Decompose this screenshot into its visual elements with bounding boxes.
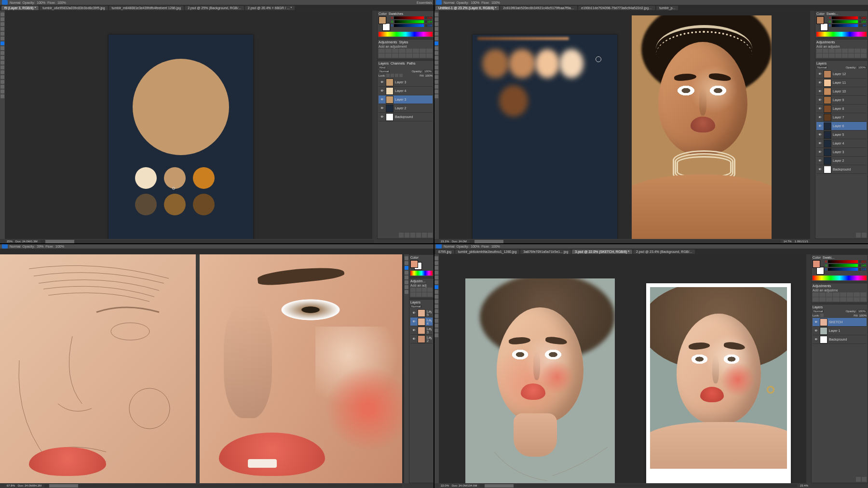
new-layer-icon[interactable] — [856, 477, 861, 482]
adj-icon[interactable] — [835, 49, 841, 53]
slider-track[interactable] — [828, 268, 858, 271]
lock-transparency-icon[interactable] — [386, 74, 390, 77]
layer-row[interactable]: 👁SKETCH — [813, 318, 867, 327]
layer-thumbnail[interactable] — [824, 79, 831, 87]
visibility-eye-icon[interactable]: 👁 — [817, 150, 822, 155]
layer-thumbnail[interactable] — [386, 113, 393, 121]
blend-mode-label[interactable]: Normal — [10, 1, 21, 4]
document-tab[interactable]: 8795.jpg — [435, 250, 454, 254]
horizontal-scrollbar[interactable] — [41, 240, 374, 243]
layer-thumbnail[interactable] — [824, 157, 831, 165]
opacity-value[interactable]: 100% — [37, 1, 45, 4]
layer-thumbnail[interactable] — [418, 318, 425, 326]
layer-name[interactable]: Background — [829, 338, 866, 341]
eyedropper-tool-icon[interactable] — [0, 37, 4, 40]
adj-icon[interactable] — [416, 292, 421, 297]
painting-canvas[interactable] — [465, 278, 615, 483]
delete-layer-icon[interactable] — [862, 477, 867, 482]
dodge-tool-icon[interactable] — [434, 309, 438, 313]
blend-mode-dropdown[interactable]: Normal — [379, 70, 390, 73]
curves-icon[interactable] — [392, 49, 398, 53]
layer-row[interactable]: 👁Layer 2 — [816, 157, 867, 165]
type-tool-icon[interactable] — [434, 319, 438, 323]
layer-row[interactable]: 👁Layer 8 — [816, 105, 867, 113]
path-tool-icon[interactable] — [434, 80, 438, 84]
slider-track[interactable] — [394, 16, 424, 19]
layer-name[interactable]: Layer 4 — [833, 142, 866, 145]
lock-pixels-icon[interactable] — [391, 74, 394, 77]
hand-tool-icon[interactable] — [434, 329, 438, 332]
brush-tool-icon[interactable] — [0, 41, 4, 45]
wand-tool-icon[interactable] — [434, 27, 438, 31]
layer-name[interactable]: Background — [395, 115, 432, 119]
zoom-level[interactable]: 23.2% — [441, 240, 449, 243]
brightness-contrast-icon[interactable] — [379, 49, 385, 53]
layer-row[interactable]: 👁Layer 2 — [410, 335, 433, 343]
color-tab[interactable]: Color — [379, 12, 387, 15]
adj-icon[interactable] — [410, 288, 416, 292]
eraser-tool-icon[interactable] — [434, 51, 438, 55]
visibility-eye-icon[interactable]: 👁 — [380, 89, 384, 93]
blend-mode-dropdown[interactable]: Normal — [816, 66, 827, 69]
document-tab[interactable]: 2.psd @ 25% (Background, RGB/... — [185, 6, 244, 10]
layer-name[interactable]: Layer 10 — [833, 90, 866, 93]
layer-name[interactable]: Layer 11 — [833, 81, 866, 84]
adj-icon[interactable] — [847, 292, 853, 297]
reference-image[interactable] — [632, 15, 772, 239]
document-tab[interactable]: 2.psd @ 23.4% (Background, RGB/... — [633, 250, 695, 254]
layer-thumbnail[interactable] — [820, 318, 827, 326]
lock-all-icon[interactable] — [399, 74, 403, 77]
layer-thumbnail[interactable] — [418, 309, 425, 317]
spectrum-ramp[interactable] — [410, 271, 433, 276]
canvas-area[interactable] — [0, 254, 404, 483]
layer-name[interactable]: Layer 2 — [427, 336, 432, 343]
layer-thumbnail[interactable] — [824, 166, 831, 173]
layer-thumbnail[interactable] — [824, 148, 831, 156]
adj-icon[interactable] — [816, 49, 822, 53]
background-color-swatch[interactable] — [816, 267, 824, 275]
wand-tool-icon[interactable] — [0, 27, 4, 31]
layer-row[interactable]: 👁Layer 9 — [816, 96, 867, 105]
layer-row[interactable]: 👁Layer 11 — [816, 79, 867, 87]
layer-thumbnail[interactable] — [824, 114, 831, 121]
color-balance-icon[interactable] — [420, 49, 426, 53]
layer-name[interactable]: Layer 4 — [395, 89, 432, 92]
document-tab[interactable]: tumblr_o6e95832a039c83b3bd8c39f5.jpg — [40, 6, 108, 10]
exposure-icon[interactable] — [399, 49, 405, 53]
shape-tool-icon[interactable] — [434, 85, 438, 89]
layer-thumbnail[interactable] — [824, 131, 831, 139]
visibility-eye-icon[interactable]: 👁 — [411, 337, 416, 342]
pen-tool-icon[interactable] — [0, 70, 4, 74]
layer-name[interactable]: Layer 2 — [395, 106, 432, 110]
background-color-swatch[interactable] — [382, 23, 390, 31]
foreground-background-colors[interactable] — [813, 260, 824, 275]
horizontal-scrollbar[interactable] — [470, 240, 781, 243]
delete-layer-icon[interactable] — [428, 233, 433, 237]
layer-name[interactable]: Background — [833, 168, 866, 171]
opacity-input[interactable]: 100% — [423, 70, 433, 73]
layer-thumbnail[interactable] — [824, 140, 831, 147]
move-tool-icon[interactable] — [405, 256, 408, 260]
slider-track[interactable] — [394, 20, 424, 23]
new-group-icon[interactable] — [416, 233, 421, 237]
channel-mixer-icon[interactable] — [385, 53, 392, 58]
blur-tool-icon[interactable] — [0, 61, 4, 65]
zoom-level-2[interactable]: 14.7% — [784, 240, 792, 243]
opacity-value[interactable]: 100% — [471, 1, 479, 4]
move-tool-icon[interactable] — [434, 256, 438, 260]
opacity-value[interactable]: 100% — [471, 245, 479, 248]
visibility-eye-icon[interactable]: 👁 — [817, 124, 822, 129]
visibility-eye-icon[interactable]: 👁 — [411, 311, 416, 316]
layer-name[interactable]: Layer 3 — [427, 327, 432, 334]
visibility-eye-icon[interactable]: 👁 — [380, 97, 384, 102]
zoom-tool-icon[interactable] — [434, 94, 438, 98]
type-tool-icon[interactable] — [434, 75, 438, 79]
foreground-background-colors[interactable] — [379, 16, 390, 31]
canvas-area[interactable] — [5, 11, 372, 239]
channel-value[interactable]: 145 — [859, 264, 867, 267]
adj-icon[interactable] — [840, 297, 846, 302]
visibility-eye-icon[interactable]: 👁 — [817, 98, 822, 103]
layers-tab[interactable]: Layers — [816, 62, 827, 65]
visibility-eye-icon[interactable]: 👁 — [817, 115, 822, 120]
vertical-scrollbar[interactable] — [196, 254, 200, 483]
